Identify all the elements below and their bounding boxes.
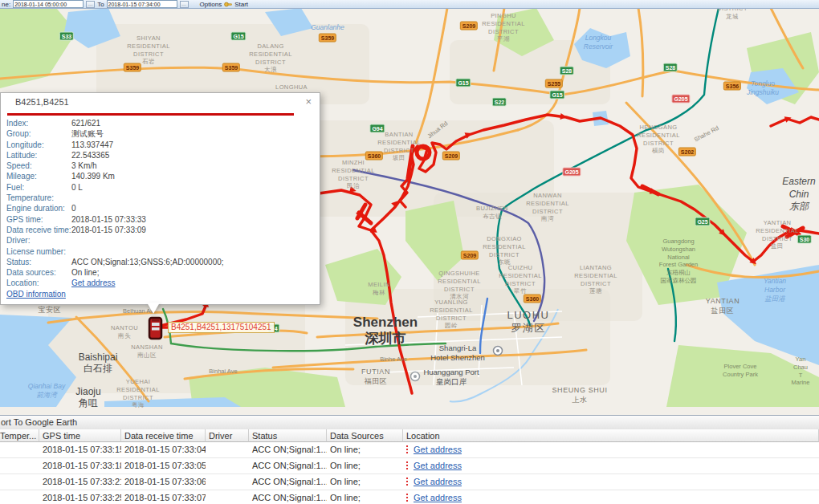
field-engine-duration: Engine duration:0 — [1, 203, 320, 213]
time-to-picker-button[interactable]: … — [180, 1, 189, 8]
close-icon[interactable]: × — [305, 96, 312, 108]
get-address-link[interactable]: Get address — [414, 493, 462, 502]
popup-fields: Index:621/621 Group:测试账号 Longitude:113.9… — [1, 118, 320, 299]
export-google-earth-button[interactable]: ort To Google Earth — [0, 415, 819, 430]
start-button[interactable]: Start — [234, 1, 248, 8]
col-data-receive-time: Data receive time — [121, 429, 206, 442]
toolbar: ne: … To … Options Start — [0, 0, 819, 9]
hotel-icon — [494, 347, 503, 356]
field-gps-time: GPS time:2018-01-15 07:33:33 — [1, 214, 320, 225]
field-speed: Speed:3 Km/h — [1, 161, 320, 171]
col-driver: Driver — [206, 429, 249, 442]
field-obd: OBD information — [1, 289, 320, 299]
field-driver: Driver: — [1, 235, 320, 246]
time-from-input[interactable] — [13, 0, 84, 8]
field-group: Group:测试账号 — [1, 128, 320, 139]
field-license-number: License number: — [1, 246, 320, 257]
field-data-sources: Data sources:On line; — [1, 267, 320, 278]
field-mileage: Mileage:140.399 Km — [1, 171, 320, 181]
location-flag-icon — [406, 494, 410, 502]
popup-title: B4251,B4251 — [15, 97, 69, 107]
history-table: Temper... GPS time Data receive time Dri… — [0, 429, 819, 504]
col-status: Status — [249, 429, 327, 442]
location-flag-icon — [406, 478, 410, 486]
col-temperature: Temper... — [0, 429, 39, 442]
time-to-input[interactable] — [107, 0, 177, 8]
get-address-link[interactable]: Get address — [414, 461, 462, 470]
table-header: Temper... GPS time Data receive time Dri… — [0, 429, 819, 442]
start-icon — [224, 1, 232, 8]
col-gps-time: GPS time — [39, 429, 121, 442]
vehicle-info-popup: B4251,B4251 × Index:621/621 Group:测试账号 L… — [0, 92, 320, 305]
field-location: Location:Get address — [1, 278, 320, 288]
popup-divider — [7, 113, 294, 116]
table-row[interactable]: 2018-01-15 07:33:25 2018-01-15 07:33:07 … — [0, 490, 819, 504]
location-flag-icon — [406, 461, 410, 469]
location-flag-icon — [406, 445, 410, 453]
field-index: Index:621/621 — [1, 118, 320, 128]
port-icon — [411, 372, 420, 381]
popup-pointer — [147, 303, 160, 314]
vehicle-marker-label[interactable]: B4251,B4251,13175104251 — [168, 322, 275, 333]
time-from-picker-button[interactable]: … — [86, 1, 95, 8]
table-row[interactable]: 2018-01-15 07:33:15 2018-01-15 07:33:04 … — [0, 442, 819, 458]
field-data-receive-time: Data receive time:2018-01-15 07:33:09 — [1, 225, 320, 235]
table-row[interactable]: 2018-01-15 07:33:18 2018-01-15 07:33:05 … — [0, 458, 819, 474]
get-address-link[interactable]: Get address — [71, 278, 115, 287]
table-row[interactable]: 2018-01-15 07:33:21 2018-01-15 07:33:06 … — [0, 474, 819, 490]
field-latitude: Latitude:22.543365 — [1, 150, 320, 161]
obd-information-link[interactable]: OBD information — [6, 290, 66, 299]
field-longitude: Longitude:113.937447 — [1, 140, 320, 150]
to-label: To — [97, 1, 104, 8]
col-location: Location — [403, 429, 819, 442]
get-address-link[interactable]: Get address — [414, 445, 462, 454]
col-data-sources: Data Sources — [327, 429, 403, 442]
get-address-link[interactable]: Get address — [414, 477, 462, 486]
time-label: ne: — [2, 1, 10, 8]
options-button[interactable]: Options — [200, 1, 222, 8]
field-temperature: Temperature: — [1, 193, 320, 203]
field-status: Status:ACC ON;Signal:13;GNSS:6;AD:000000… — [1, 257, 320, 267]
field-fuel: Fuel:0 L — [1, 182, 320, 193]
